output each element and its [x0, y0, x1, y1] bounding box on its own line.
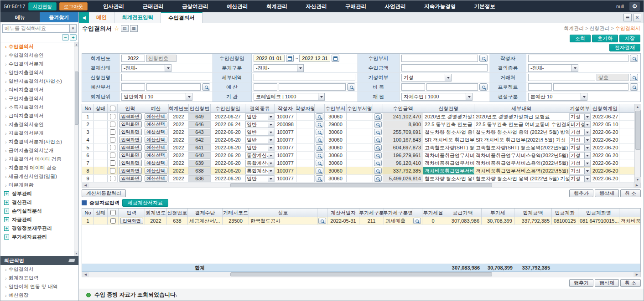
row-checkbox[interactable]	[110, 145, 115, 150]
sidebar-group[interactable]: +경영정보재무관리	[0, 224, 74, 233]
dept-search-icon[interactable]	[374, 152, 382, 158]
expense-item-code-input[interactable]	[401, 83, 425, 91]
row-checkbox[interactable]	[110, 160, 115, 166]
expand-all-button[interactable]: +	[70, 34, 77, 41]
resolution-type-cell-select[interactable]: 통합계산서	[245, 168, 274, 174]
writer-search-icon[interactable]	[316, 113, 323, 120]
writer-search-icon[interactable]	[316, 129, 323, 135]
add-row-button[interactable]: 행추가	[569, 189, 593, 197]
input-screen-button[interactable]: 입력화면	[119, 160, 142, 166]
search-button[interactable]: 조회	[570, 35, 591, 42]
sidebar-item[interactable]: ›수입결의서	[0, 42, 74, 51]
top-menu-item[interactable]: 인사관리	[103, 3, 124, 10]
completion-cell-select[interactable]: 기성	[569, 175, 591, 182]
completion-cell-select[interactable]: 기성	[569, 168, 591, 174]
project-name-input[interactable]	[553, 83, 628, 91]
recent-item[interactable]: ›수입결의서	[0, 265, 78, 274]
input-screen-button[interactable]: 입력화면	[119, 168, 142, 174]
scroll-up-icon[interactable]: ▲	[635, 104, 641, 110]
agency-select[interactable]: 코레일테크 | 1000	[254, 93, 325, 101]
sidebar-item[interactable]: ›지출결의서 데이터 검증	[0, 155, 74, 163]
sidebar-group[interactable]: +손익실적분석	[0, 207, 74, 215]
scrollbar-thumb[interactable]	[230, 272, 492, 276]
input-screen-button[interactable]: 입력화면	[119, 152, 142, 158]
close-icon[interactable]: ✕	[633, 14, 641, 21]
scrollbar-track[interactable]	[89, 183, 634, 188]
completion-cell-select[interactable]: 기성	[569, 129, 591, 136]
electronic-approval-button[interactable]: 전자결재	[609, 44, 640, 51]
scrollbar-track[interactable]	[89, 272, 634, 277]
project-search-icon[interactable]	[630, 83, 638, 91]
row-checkbox[interactable]	[110, 218, 116, 224]
add-row-button[interactable]: 행추가	[569, 279, 593, 287]
vendor-code-input[interactable]	[528, 74, 595, 81]
vat-search-icon[interactable]	[413, 218, 421, 224]
row-checkbox[interactable]	[110, 168, 115, 173]
sidebar-item[interactable]: ›구입지출결의서	[0, 94, 74, 103]
budget-select-button[interactable]: 예산선택	[145, 175, 167, 182]
sidebar-item[interactable]: ›여비지출결의서	[0, 86, 74, 94]
scroll-down-icon[interactable]: ▼	[74, 251, 79, 256]
writer-search-icon[interactable]	[316, 121, 323, 128]
input-screen-button[interactable]: 입력화면	[119, 113, 142, 120]
dept-search-icon[interactable]	[374, 168, 382, 174]
input-screen-button[interactable]: 입력화면	[119, 175, 142, 182]
top-menu-item[interactable]: 지속가능경영	[424, 3, 456, 10]
resolution-type-cell-select[interactable]: 일반	[245, 144, 274, 151]
grid2-row[interactable]: 1입력화면2022638세금계산서/...23500한국철도공사2022-05-…	[82, 217, 640, 225]
grid1-row[interactable]: 2입력화면예산선택20226462022-06-24일반200098290008…	[82, 121, 634, 128]
dept-search-icon[interactable]	[374, 137, 382, 143]
grid1-row[interactable]: 9입력화면예산선택20226362022-06-20일반100077300605…	[82, 175, 634, 183]
calendar-icon[interactable]	[286, 55, 294, 62]
scrollbar-thumb[interactable]	[75, 71, 78, 125]
writer-search-icon[interactable]	[630, 55, 638, 62]
sidebar-item[interactable]: ›일반지출결의서	[0, 68, 74, 77]
tab-menu[interactable]: 메뉴	[0, 12, 40, 22]
vendor-search-icon[interactable]	[318, 218, 326, 224]
income-dept-input[interactable]	[401, 55, 478, 62]
recent-item[interactable]: ›회계전표입력	[0, 274, 78, 282]
account-unit-select[interactable]: 일반회계 | 10	[121, 93, 192, 101]
input-screen-button[interactable]: 입력화면	[119, 137, 142, 143]
scroll-right-icon[interactable]: ▶	[634, 272, 640, 277]
extend-time-button[interactable]: 시간연장	[28, 2, 57, 11]
budget-select-button[interactable]: 예산선택	[145, 129, 167, 135]
sidebar-group[interactable]: +자금관리	[0, 215, 74, 224]
sidebar-item[interactable]: ›급여지출결의서분개	[0, 146, 74, 155]
completion-cell-select[interactable]: 기성	[569, 137, 591, 143]
sidebar-item[interactable]: ›지출결의서승인	[0, 120, 74, 129]
grid1-row[interactable]: 7입력화면예산선택20226392022-06-20통합계산서100077300…	[82, 159, 634, 167]
popup-window-icon[interactable]: ▤	[121, 25, 129, 32]
budget-code-input[interactable]	[254, 83, 277, 91]
budget-dept-code-input[interactable]	[121, 83, 145, 91]
row-checkbox[interactable]	[110, 129, 115, 135]
vendor-name-input[interactable]	[597, 74, 628, 81]
sidebar-item[interactable]: ›일반지출결의서(사업소)	[0, 77, 74, 86]
grid1-horizontal-scrollbar[interactable]: ◀ ▶	[82, 183, 641, 188]
scrollbar-thumb[interactable]	[635, 111, 640, 150]
resolution-type-cell-select[interactable]: 일반	[245, 137, 274, 143]
tab-voucher-entry[interactable]: 회계전표입력	[114, 12, 161, 23]
top-menu-item[interactable]: 근태관리	[142, 3, 163, 10]
tab-main[interactable]: 메인	[89, 12, 114, 23]
fiscal-year-input[interactable]	[121, 55, 145, 62]
budget-search-icon[interactable]	[347, 83, 355, 91]
scroll-left-icon[interactable]: ◀	[82, 183, 89, 188]
vendor-search-icon[interactable]	[630, 74, 638, 81]
tax-invoice-button[interactable]: 세금계산서자료	[122, 199, 168, 207]
row-checkbox[interactable]	[110, 114, 115, 119]
sidebar-item[interactable]: ›수입결의서분개	[0, 60, 74, 68]
resolution-type-cell-select[interactable]: 일반	[245, 175, 274, 182]
sidebar-item[interactable]: ›지출분개 데이터 검증	[0, 163, 74, 172]
top-menu-item[interactable]: 회계관리	[266, 3, 287, 10]
completion-cell-select[interactable]: 기성	[569, 144, 591, 151]
logout-button[interactable]: 로그아웃	[59, 2, 88, 11]
sidebar-item[interactable]: ›급여지출결의서	[0, 112, 74, 120]
row-checkbox[interactable]	[110, 106, 115, 111]
input-screen-button[interactable]: 입력화면	[120, 218, 143, 224]
tab-list-icon[interactable]: ☰	[623, 14, 632, 21]
writer-search-icon[interactable]	[316, 160, 323, 166]
delete-row-button[interactable]: 행삭제	[595, 279, 619, 287]
expense-item-search-icon[interactable]	[479, 83, 488, 91]
save-button[interactable]: 저장	[619, 35, 640, 42]
